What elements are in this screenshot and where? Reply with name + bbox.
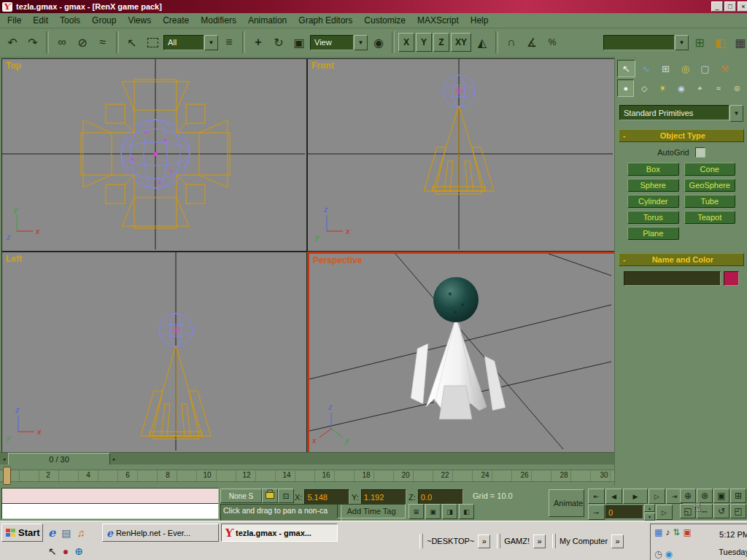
animate-button[interactable]: Animate — [549, 489, 584, 517]
selection-filter-dropdown[interactable]: All ▼ — [163, 35, 218, 50]
network-icon[interactable]: ⇅ — [673, 528, 680, 537]
undo-icon[interactable]: ↶ — [3, 32, 22, 52]
menu-customize[interactable]: Customize — [358, 13, 411, 28]
z-coordinate-field[interactable]: 0.0 — [418, 489, 463, 505]
menu-create[interactable]: Create — [157, 13, 195, 28]
helpers-category-icon[interactable]: ⌖ — [692, 79, 708, 97]
taskbar-task-gmax[interactable]: Ƴ tezla.gmax - gmax... — [221, 524, 338, 542]
menu-tools[interactable]: Tools — [54, 13, 86, 28]
reference-coordinate-dropdown[interactable]: View ▼ — [310, 35, 368, 50]
object-name-input[interactable] — [624, 271, 721, 286]
unlink-selection-icon[interactable]: ⊘ — [73, 32, 92, 52]
chevron-more-icon[interactable]: » — [478, 534, 490, 548]
frame-forward-icon[interactable]: ▸ — [110, 454, 118, 464]
add-time-tag[interactable]: Add Time Tag — [337, 504, 406, 518]
redo-icon[interactable]: ↷ — [23, 32, 42, 52]
viewport-perspective[interactable]: Perspective — [307, 252, 618, 456]
current-frame-marker[interactable] — [3, 467, 11, 485]
title-bar[interactable]: Ƴ tezla.gmax - gmax - [RenX game pack] _… — [0, 0, 747, 13]
show-desktop-icon[interactable]: ▤ — [61, 528, 71, 538]
lights-category-icon[interactable]: ☀ — [654, 79, 671, 97]
sphere-button[interactable]: Sphere — [627, 179, 679, 192]
globe-app-icon[interactable]: ⊕ — [74, 546, 83, 556]
graphics-tray-icon[interactable]: ▣ — [683, 528, 691, 537]
select-by-name-icon[interactable]: ≡ — [220, 32, 239, 52]
absolute-mode-button[interactable]: ⊡ — [278, 489, 294, 503]
minimize-button[interactable]: _ — [711, 1, 723, 12]
box-button[interactable]: Box — [627, 163, 679, 176]
restore-button[interactable]: □ — [724, 1, 736, 12]
media-player-icon[interactable]: ♫ — [77, 528, 85, 538]
tab-display-icon[interactable]: ▢ — [696, 60, 714, 77]
menu-views[interactable]: Views — [122, 13, 157, 28]
play-animation-icon[interactable]: ▶ — [623, 489, 648, 504]
key-mode-icon[interactable]: ⊸ — [588, 505, 605, 520]
frame-back-icon[interactable]: ◂ — [0, 454, 8, 464]
time-slider-handle[interactable]: 0 / 30 — [8, 453, 110, 465]
x-coordinate-field[interactable]: 5.148 — [304, 489, 349, 505]
toolbar-grip[interactable] — [419, 534, 423, 548]
red-app-icon[interactable]: ● — [63, 546, 69, 556]
menu-group[interactable]: Group — [86, 13, 122, 28]
selection-filter-status[interactable]: None S — [220, 489, 262, 503]
zoom-extents-icon[interactable]: ▣ — [713, 489, 729, 503]
menu-graph-editors[interactable]: Graph Editors — [293, 13, 358, 28]
shapes-category-icon[interactable]: ◇ — [635, 79, 652, 97]
select-object-icon[interactable]: ↖ — [123, 32, 142, 52]
menu-file[interactable]: File — [1, 13, 27, 28]
menu-modifiers[interactable]: Modifiers — [195, 13, 242, 28]
viewport-front[interactable]: Front z — [307, 58, 615, 252]
spacewarps-category-icon[interactable]: ≈ — [710, 79, 727, 97]
selection-lock-button[interactable] — [262, 489, 278, 503]
region-select-icon[interactable] — [143, 32, 162, 52]
frame-spin-down-icon[interactable]: ▾ — [644, 513, 655, 521]
use-pivot-center-icon[interactable]: ◉ — [369, 32, 388, 52]
display-settings-icon[interactable]: ▦ — [654, 528, 662, 537]
select-and-rotate-icon[interactable]: ↻ — [269, 32, 288, 52]
select-and-scale-icon[interactable]: ▣ — [290, 32, 309, 52]
frame-spin-up-icon[interactable]: ▴ — [644, 504, 655, 512]
tab-modify-icon[interactable]: ∿ — [637, 60, 655, 77]
viewport-layout-icon[interactable]: ⊞ — [409, 504, 424, 519]
cylinder-button[interactable]: Cylinder — [627, 195, 679, 208]
cameras-category-icon[interactable]: ◉ — [673, 79, 689, 97]
material-editor-icon[interactable]: ◧ — [711, 32, 729, 52]
arc-rotate-icon[interactable]: ↺ — [713, 504, 729, 518]
primitive-category-dropdown[interactable]: Standard Primitives ▼ — [619, 105, 743, 122]
angle-snap-icon[interactable]: ∡ — [522, 32, 541, 52]
menu-animation[interactable]: Animation — [242, 13, 293, 28]
render-scene-icon[interactable]: ▦ — [731, 32, 747, 52]
viewport-left[interactable]: Left z x — [1, 252, 307, 453]
listener-field[interactable] — [1, 503, 219, 519]
geometry-category-icon[interactable]: ● — [617, 79, 634, 97]
chevron-down-icon[interactable]: ▼ — [675, 35, 689, 50]
min-max-toggle-icon[interactable]: ◰ — [730, 504, 746, 518]
restrict-xy-plane-button[interactable]: XY — [451, 33, 471, 52]
tube-button[interactable]: Tube — [684, 195, 736, 208]
volume-icon[interactable]: ♪ — [665, 528, 670, 537]
systems-category-icon[interactable]: ⊚ — [729, 79, 746, 97]
schematic-view-icon[interactable]: ⊞ — [690, 32, 709, 52]
chevron-down-icon[interactable]: ▼ — [354, 35, 368, 50]
object-type-rollout-header[interactable]: - Object Type — [619, 129, 744, 142]
named-selection-dropdown[interactable]: ▼ — [603, 35, 689, 50]
current-frame-field[interactable]: 0 — [605, 505, 643, 519]
tab-hierarchy-icon[interactable]: ⊞ — [657, 60, 675, 77]
degradation-icon[interactable]: ◨ — [442, 504, 457, 519]
chevron-more-icon[interactable]: » — [533, 534, 546, 548]
transform-typein-icon[interactable]: ▣ — [425, 504, 441, 519]
previous-frame-icon[interactable]: ◀ — [605, 489, 622, 504]
taskbar-task-renhelp[interactable]: e RenHelp.net - Ever... — [102, 524, 219, 542]
tab-utilities-icon[interactable]: ⚒ — [716, 60, 734, 77]
messenger-icon[interactable]: ◉ — [665, 550, 672, 559]
select-and-move-icon[interactable]: + — [249, 32, 268, 52]
name-color-rollout-header[interactable]: - Name and Color — [619, 253, 744, 266]
track-bar[interactable]: 2 4 6 8 10 12 14 16 18 20 22 24 26 28 30 — [0, 464, 614, 486]
percent-snap-icon[interactable]: % — [543, 32, 562, 52]
toolbar-grip[interactable] — [497, 534, 500, 548]
mirror-icon[interactable]: ◭ — [473, 32, 492, 52]
chevron-down-icon[interactable]: ▼ — [204, 35, 218, 50]
macro-recorder-field[interactable] — [1, 488, 219, 504]
menu-maxscript[interactable]: MAXScript — [411, 13, 465, 28]
menu-help[interactable]: Help — [465, 13, 495, 28]
